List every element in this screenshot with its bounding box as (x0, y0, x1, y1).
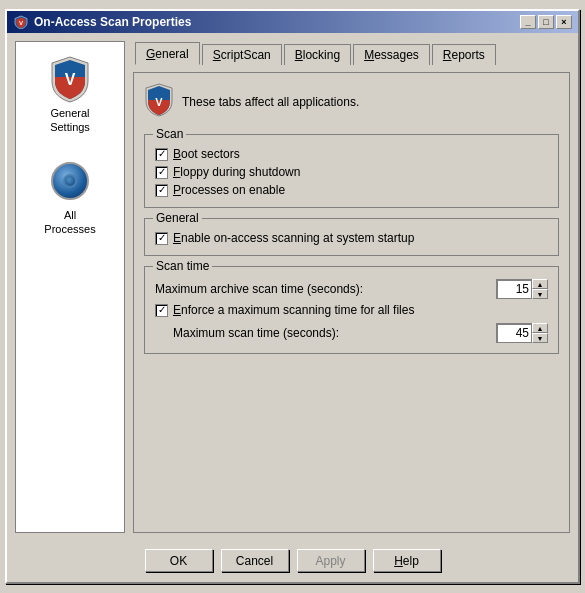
scan-group: Scan Boot sectors Floppy during shutdown… (144, 134, 559, 208)
scan-time-group-label: Scan time (153, 259, 212, 273)
window-title: On-Access Scan Properties (34, 15, 191, 29)
max-archive-spinner: ▲ ▼ (496, 279, 548, 299)
maximize-button[interactable]: □ (538, 15, 554, 29)
max-archive-down-button[interactable]: ▼ (532, 289, 548, 299)
max-archive-up-button[interactable]: ▲ (532, 279, 548, 289)
boot-sectors-row: Boot sectors (155, 147, 548, 161)
boot-sectors-checkbox[interactable] (155, 148, 168, 161)
intro-text: These tabs affect all applications. (182, 95, 359, 109)
max-scan-input[interactable] (496, 323, 532, 343)
ok-button[interactable]: OK (145, 549, 213, 572)
intro-shield-icon: V (144, 83, 174, 120)
enforce-max-time-row: Enforce a maximum scanning time for all … (155, 303, 548, 317)
scan-group-label: Scan (153, 127, 186, 141)
enforce-max-time-checkbox[interactable] (155, 304, 168, 317)
tab-messages[interactable]: Messages (353, 44, 430, 65)
boot-sectors-label: Boot sectors (173, 147, 240, 161)
close-button[interactable]: × (556, 15, 572, 29)
svg-text:V: V (65, 71, 76, 88)
floppy-shutdown-row: Floppy during shutdown (155, 165, 548, 179)
title-bar: V On-Access Scan Properties _ □ × (7, 11, 578, 33)
floppy-shutdown-checkbox[interactable] (155, 166, 168, 179)
processes-enable-label: Processes on enable (173, 183, 285, 197)
max-scan-time-row: Maximum scan time (seconds): ▲ ▼ (155, 323, 548, 343)
general-group-label: General (153, 211, 202, 225)
app-icon: V (13, 14, 29, 30)
processes-enable-checkbox[interactable] (155, 184, 168, 197)
general-settings-label: GeneralSettings (50, 106, 90, 135)
main-window: V On-Access Scan Properties _ □ × (5, 9, 580, 584)
sidebar-item-all-processes[interactable]: AllProcesses (40, 154, 99, 241)
left-panel: V GeneralSettings AllProcesses (15, 41, 125, 533)
tab-reports[interactable]: Reports (432, 44, 496, 65)
bottom-bar: OK Cancel Apply Help (7, 541, 578, 582)
window-content: V GeneralSettings AllProcesses G (7, 33, 578, 541)
max-scan-spinner-buttons: ▲ ▼ (532, 323, 548, 343)
tab-general[interactable]: General (135, 42, 200, 65)
title-bar-buttons: _ □ × (520, 15, 572, 29)
max-archive-time-row: Maximum archive scan time (seconds): ▲ ▼ (155, 279, 548, 299)
processes-enable-row: Processes on enable (155, 183, 548, 197)
all-processes-label: AllProcesses (44, 208, 95, 237)
enable-on-access-row: Enable on-access scanning at system star… (155, 231, 548, 245)
svg-text:V: V (155, 96, 163, 108)
enable-on-access-label: Enable on-access scanning at system star… (173, 231, 414, 245)
cancel-button[interactable]: Cancel (221, 549, 289, 572)
apply-button[interactable]: Apply (297, 549, 365, 572)
max-scan-spinner: ▲ ▼ (496, 323, 548, 343)
title-bar-left: V On-Access Scan Properties (13, 14, 191, 30)
tab-bar: General ScriptScan Blocking Messages Rep… (133, 41, 570, 64)
max-archive-input[interactable] (496, 279, 532, 299)
scan-time-group: Scan time Maximum archive scan time (sec… (144, 266, 559, 354)
enable-on-access-checkbox[interactable] (155, 232, 168, 245)
enforce-max-time-label: Enforce a maximum scanning time for all … (173, 303, 414, 317)
max-scan-down-button[interactable]: ▼ (532, 333, 548, 343)
floppy-shutdown-label: Floppy during shutdown (173, 165, 300, 179)
max-archive-spinner-buttons: ▲ ▼ (532, 279, 548, 299)
max-scan-time-label: Maximum scan time (seconds): (155, 326, 339, 340)
all-processes-icon (47, 158, 93, 204)
intro-row: V These tabs affect all applications. (144, 83, 559, 120)
sidebar-item-general-settings[interactable]: V GeneralSettings (43, 52, 97, 139)
max-archive-time-label: Maximum archive scan time (seconds): (155, 282, 363, 296)
tab-blocking[interactable]: Blocking (284, 44, 351, 65)
general-settings-icon: V (47, 56, 93, 102)
tab-scriptscan[interactable]: ScriptScan (202, 44, 282, 65)
svg-text:V: V (19, 20, 23, 26)
minimize-button[interactable]: _ (520, 15, 536, 29)
max-scan-up-button[interactable]: ▲ (532, 323, 548, 333)
general-group: General Enable on-access scanning at sys… (144, 218, 559, 256)
tab-content: V These tabs affect all applications. Sc… (133, 72, 570, 533)
help-button[interactable]: Help (373, 549, 441, 572)
right-panel: General ScriptScan Blocking Messages Rep… (133, 41, 570, 533)
